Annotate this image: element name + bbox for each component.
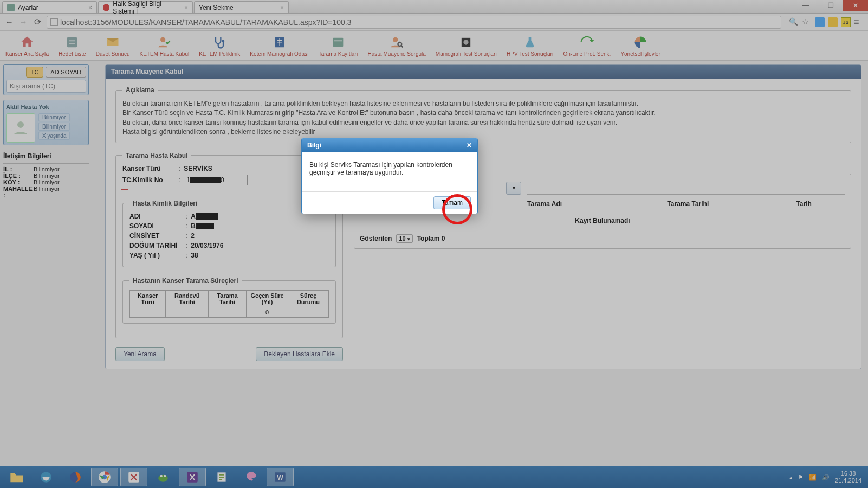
browser-tab[interactable]: Yeni Sekme × xyxy=(194,1,289,13)
col-header: Tarama Tarihi xyxy=(619,200,757,208)
active-patient-label: Aktif Hasta Yok xyxy=(6,102,86,111)
records-icon xyxy=(331,35,346,50)
taskbar-item-toad[interactable] xyxy=(150,468,177,486)
extension-icon[interactable]: JS xyxy=(841,17,851,27)
dialog-ok-button[interactable]: Tamam xyxy=(433,196,471,209)
info-line: Bilinmiyor xyxy=(38,123,70,131)
tab-adsoyad[interactable]: AD-SOYAD xyxy=(46,67,86,78)
contact-key: İLÇE : xyxy=(3,172,34,179)
zoom-icon[interactable]: 🔍 xyxy=(789,17,799,27)
taskbar-item-paint[interactable] xyxy=(237,468,264,486)
address-bar[interactable]: localhost:3156/MODULES/KANSER/TARAMAKABU… xyxy=(47,16,781,29)
toolbar-item[interactable]: KETEM Hasta Kabul xyxy=(136,34,192,58)
toolbar-label: KETEM Hasta Kabul xyxy=(139,51,189,57)
window-minimize-button[interactable]: — xyxy=(793,0,818,11)
contact-block: İletişim Bilgileri İL :Bilinmiyor İLÇE :… xyxy=(3,150,89,202)
reload-button[interactable]: ⟳ xyxy=(33,17,42,27)
toolbar-item[interactable]: Hasta Muayene Sorgula xyxy=(365,34,429,58)
browser-tab[interactable]: Halk Sagligi Bilgi Sistemi T × xyxy=(98,1,193,13)
search-input[interactable] xyxy=(6,80,86,93)
toolbar-item[interactable]: HPV Test Sonuçları xyxy=(503,34,557,58)
xray-icon xyxy=(272,35,287,50)
col-header: Tarih xyxy=(762,200,845,208)
taskbar-item-firefox[interactable] xyxy=(62,468,89,486)
page-size-select[interactable]: 10 ▾ xyxy=(396,234,412,243)
patient-search-icon xyxy=(389,35,404,50)
taskbar-item-snip[interactable] xyxy=(120,468,147,486)
forward-button[interactable]: → xyxy=(18,17,28,27)
kabul-legend: Tarama Hasta Kabul xyxy=(122,152,191,159)
clock[interactable]: 16:38 21.4.2014 xyxy=(835,470,861,484)
toolbar-item[interactable]: Yönetsel İşlevler xyxy=(617,34,663,58)
svg-point-22 xyxy=(164,475,166,477)
th: Süreç Durumu xyxy=(288,290,329,307)
back-button[interactable]: ← xyxy=(4,17,14,27)
browser-tab[interactable]: Ayarlar × xyxy=(2,1,97,13)
toolbar-item[interactable]: KETEM Poliklinik xyxy=(196,34,243,58)
bekleyen-ekle-button[interactable]: Bekleyen Hastalara Ekle xyxy=(256,347,343,361)
field-val: 20/03/1976 xyxy=(191,242,223,249)
contact-val: Bilinmiyor xyxy=(34,179,60,185)
svg-point-5 xyxy=(222,40,225,42)
toolbar-item[interactable]: Hedef Liste xyxy=(55,34,89,58)
dropdown[interactable]: ▾ xyxy=(506,182,521,195)
window-maximize-button[interactable]: ❐ xyxy=(818,0,843,11)
svg-point-10 xyxy=(393,37,398,42)
tab-close-icon[interactable]: × xyxy=(184,4,188,11)
tab-close-icon[interactable]: × xyxy=(280,4,284,11)
tray-up-icon[interactable]: ▴ xyxy=(789,474,793,481)
stethoscope-icon xyxy=(212,35,227,50)
chevron-down-icon: ▾ xyxy=(407,236,410,242)
taskbar-item-vs[interactable] xyxy=(179,468,206,486)
info-dialog: Bilgi ✕ Bu kişi Serviks Taraması için ya… xyxy=(301,138,478,214)
toolbar-item[interactable]: Tarama Kayıtları xyxy=(315,34,361,58)
toolbar-item[interactable]: Davet Sonucu xyxy=(93,34,133,58)
yeni-arama-button[interactable]: Yeni Arama xyxy=(115,347,165,361)
toolbar-label: Hasta Muayene Sorgula xyxy=(368,51,426,57)
window-close-button[interactable]: ✕ xyxy=(843,0,868,11)
contact-key: KÖY : xyxy=(3,179,34,185)
taskbar-item-word[interactable]: W xyxy=(267,468,294,486)
flag-icon[interactable]: ⚑ xyxy=(798,474,804,481)
filter-input[interactable] xyxy=(527,182,845,195)
toolbar-item[interactable]: On-Line Prot. Senk. xyxy=(560,34,614,58)
field-val: 38 xyxy=(191,252,198,259)
browser-tab-strip: Ayarlar × Halk Sagligi Bilgi Sistemi T ×… xyxy=(0,0,868,14)
svg-rect-3 xyxy=(69,43,76,44)
aciklama-fieldset: Açıklama Bu ekran tarama için KETEM'e ge… xyxy=(115,86,851,143)
mammography-icon xyxy=(458,35,474,50)
toolbar-label: Ketem Mamografi Odası xyxy=(250,51,308,57)
taskbar-item-explorer[interactable] xyxy=(3,468,30,486)
volume-icon[interactable]: 🔊 xyxy=(822,474,830,481)
taskbar-item-notepadpp[interactable] xyxy=(208,468,235,486)
toolbar-item[interactable]: Ketem Mamografi Odası xyxy=(247,34,312,58)
extension-icon[interactable] xyxy=(815,17,825,27)
dialog-close-icon[interactable]: ✕ xyxy=(467,142,472,149)
svg-rect-2 xyxy=(69,41,76,42)
toolbar-item[interactable]: Mamografi Test Sonuçları xyxy=(432,34,500,58)
toolbar-label: Kanser Ana Sayfa xyxy=(5,51,49,57)
field-val: 2 xyxy=(191,232,195,240)
aciklama-legend: Açıklama xyxy=(122,86,158,94)
tab-close-icon[interactable]: × xyxy=(88,4,92,11)
svg-point-21 xyxy=(160,475,163,477)
flask-icon xyxy=(522,35,537,50)
toolbar-item[interactable]: Kanser Ana Sayfa xyxy=(2,34,52,58)
network-icon[interactable]: 📶 xyxy=(809,474,817,481)
star-icon[interactable]: ☆ xyxy=(802,17,812,27)
tab-tc[interactable]: TC xyxy=(26,67,44,78)
label: Toplam 0 xyxy=(417,235,445,242)
taskbar-item-chrome[interactable] xyxy=(91,468,118,486)
field-key: YAŞ ( Yıl ) xyxy=(129,252,184,259)
system-tray[interactable]: ▴ ⚑ 📶 🔊 16:38 21.4.2014 xyxy=(789,470,865,484)
app-toolbar: Kanser Ana Sayfa Hedef Liste Davet Sonuc… xyxy=(0,31,868,61)
th: Tarama Tarihi xyxy=(208,290,246,307)
taskbar-item-ie[interactable] xyxy=(33,468,60,486)
extension-icon[interactable] xyxy=(828,17,838,27)
menu-icon[interactable]: ≡ xyxy=(854,17,864,27)
kimlik-legend: Hasta Kimlik Bilgileri xyxy=(129,200,200,207)
clock-date: 21.4.2014 xyxy=(835,477,861,484)
active-patient-card: Aktif Hasta Yok Bilinmiyor Bilinmiyor X … xyxy=(3,100,89,145)
th: Randevü Tarihi xyxy=(166,290,208,307)
tab-label: Halk Sagligi Bilgi Sistemi T xyxy=(113,0,181,15)
